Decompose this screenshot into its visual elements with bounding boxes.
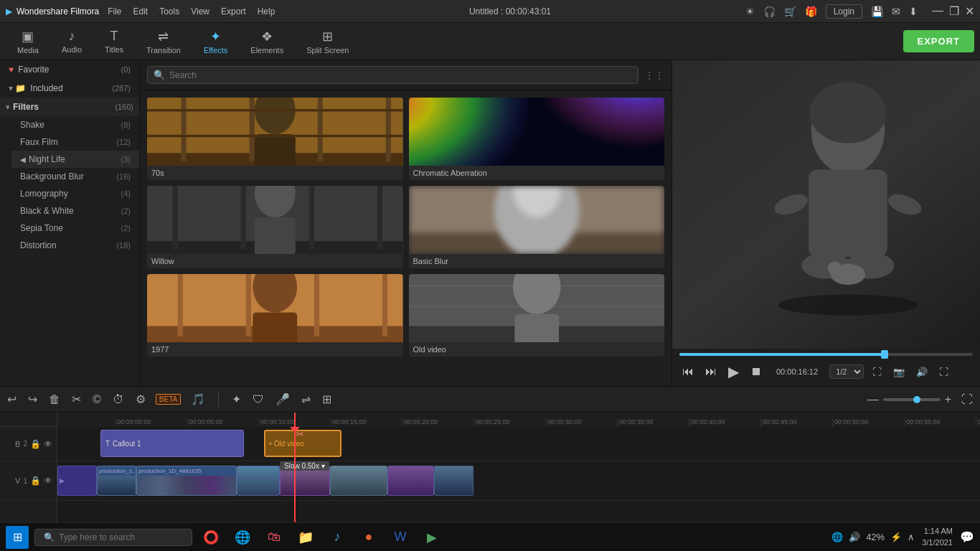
adjust-button[interactable]: ⚙: [134, 391, 147, 408]
menu-help[interactable]: Help: [258, 6, 275, 17]
play-button[interactable]: ▶: [725, 362, 742, 382]
taskbar-filmora[interactable]: ▶: [419, 524, 445, 550]
headphone-icon[interactable]: 🎧: [763, 6, 776, 17]
redo-button[interactable]: ↪: [27, 391, 39, 408]
toolbar-media[interactable]: ▣ Media: [6, 26, 50, 57]
chevron-icon[interactable]: ∧: [908, 532, 915, 542]
toolbar-effects[interactable]: ✦ Effects: [192, 26, 239, 57]
progress-bar-container[interactable]: [679, 353, 973, 356]
taskbar-search-input[interactable]: [59, 532, 183, 542]
filter-night-life[interactable]: ◀ Night Life (3): [11, 151, 139, 168]
main-clip-purple-1[interactable]: ▶: [57, 466, 97, 496]
taskbar-cortana[interactable]: ⭕: [198, 524, 224, 550]
mosaic-btn[interactable]: ⊞: [321, 391, 333, 408]
export-button[interactable]: EXPORT: [903, 30, 974, 52]
mail-icon[interactable]: ✉: [892, 6, 900, 17]
undo-button[interactable]: ↩: [6, 391, 18, 408]
filters-header[interactable]: ▾ Filters (160): [0, 98, 139, 116]
track-v1-eye[interactable]: 👁: [44, 476, 52, 486]
main-clip-3[interactable]: [237, 466, 280, 496]
main-clip-7[interactable]: [434, 466, 473, 496]
filter-shake[interactable]: Shake (8): [11, 116, 139, 133]
search-box[interactable]: 🔍: [147, 66, 639, 84]
effect-card-chromatic[interactable]: Chromatic Aberration: [409, 98, 665, 180]
filter-distortion[interactable]: Distortion (18): [11, 237, 139, 254]
timer-button[interactable]: ⏱: [111, 392, 126, 408]
taskbar-word[interactable]: W: [387, 524, 413, 550]
download-icon[interactable]: ⬇: [909, 6, 918, 17]
filter-background-blur[interactable]: Background Blur (16): [11, 168, 139, 185]
zoom-out-button[interactable]: —: [867, 393, 879, 406]
grid-drag-icon[interactable]: ⋮⋮: [644, 70, 664, 81]
cut-button[interactable]: ✂: [70, 391, 83, 408]
zoom-slider[interactable]: [883, 398, 941, 401]
progress-bar-handle[interactable]: [881, 350, 888, 359]
filter-faux-film[interactable]: Faux Film (12): [11, 133, 139, 151]
taskbar-chrome[interactable]: ●: [356, 524, 382, 550]
close-button[interactable]: ✕: [965, 4, 974, 18]
zoom-in-button[interactable]: +: [945, 393, 951, 406]
save-icon[interactable]: 💾: [871, 6, 883, 17]
effect-card-1977[interactable]: 1977: [147, 274, 403, 357]
toolbar-transition[interactable]: ⇌ Transition: [135, 26, 192, 57]
effect-card-basic-blur[interactable]: Basic Blur: [409, 186, 665, 268]
filter-sepia-tone[interactable]: Sepia Tone (2): [11, 220, 139, 237]
toolbar-splitscreen[interactable]: ⊞ Split Screen: [295, 26, 360, 57]
taskbar-search[interactable]: 🔍: [34, 529, 192, 546]
main-clip-production1[interactable]: production_1...: [97, 466, 136, 496]
effect-card-willow[interactable]: Willow: [147, 186, 403, 268]
menu-edit[interactable]: Edit: [133, 6, 149, 17]
toolbar-elements[interactable]: ❖ Elements: [239, 26, 295, 57]
stop-button[interactable]: ⏹: [748, 364, 765, 380]
end-button[interactable]: ⛶: [960, 392, 974, 408]
sidebar-item-included[interactable]: ▾ 📁 Included (287): [0, 79, 139, 98]
skip-back-button[interactable]: ⏮: [679, 364, 697, 380]
sidebar-item-favorite[interactable]: ♥ Favorite (0): [0, 60, 139, 79]
main-clip-production2[interactable]: production_1D_4881635: [136, 466, 237, 496]
taskbar-music[interactable]: ♪: [324, 524, 350, 550]
menu-tools[interactable]: Tools: [159, 6, 179, 17]
effect-card-old-video[interactable]: Old video: [409, 274, 665, 357]
fullscreen-button[interactable]: ⛶: [870, 365, 885, 379]
taskbar-files[interactable]: 📁: [293, 524, 319, 550]
volume-icon[interactable]: 🔊: [849, 532, 860, 542]
settings-button[interactable]: ⛶: [936, 365, 951, 379]
filter-lomography[interactable]: Lomography (4): [11, 185, 139, 202]
track-b2-lock[interactable]: 🔒: [30, 439, 41, 449]
gift-icon[interactable]: 🎁: [805, 6, 817, 17]
minimize-button[interactable]: —: [932, 4, 943, 18]
progress-bar-bg[interactable]: [679, 353, 973, 356]
menu-export[interactable]: Export: [221, 6, 246, 17]
start-button[interactable]: ⊞: [6, 526, 29, 549]
main-clip-5[interactable]: [330, 466, 387, 496]
search-input[interactable]: [169, 70, 632, 80]
step-back-button[interactable]: ⏭: [702, 364, 720, 380]
quality-select[interactable]: 1/2 Full 1/4: [829, 364, 864, 379]
maximize-button[interactable]: ❐: [949, 4, 959, 18]
main-clip-6[interactable]: [387, 466, 434, 496]
filter-black-white[interactable]: Black & White (2): [11, 202, 139, 220]
taskbar-store[interactable]: 🛍: [261, 524, 287, 550]
callout-clip[interactable]: T Callout 1: [100, 430, 244, 457]
transition-timeline-btn[interactable]: ⇌: [300, 391, 312, 408]
protect-btn[interactable]: 🛡: [251, 392, 265, 408]
menu-file[interactable]: File: [108, 6, 121, 17]
delete-button[interactable]: 🗑: [47, 392, 62, 408]
effects-timeline-btn[interactable]: ✦: [230, 391, 242, 408]
copy-button[interactable]: ©: [91, 392, 103, 408]
notification-icon[interactable]: 💬: [960, 530, 974, 544]
effect-card-70s[interactable]: 70s: [147, 98, 403, 180]
login-button[interactable]: Login: [826, 4, 862, 19]
menu-view[interactable]: View: [191, 6, 209, 17]
mic-btn[interactable]: 🎤: [274, 391, 291, 408]
track-v1-lock[interactable]: 🔒: [30, 476, 41, 486]
old-video-clip[interactable]: + Old video: [264, 430, 341, 457]
audio-btn[interactable]: 🎵: [189, 391, 207, 408]
toolbar-audio[interactable]: ♪ Audio: [50, 26, 93, 57]
cart-icon[interactable]: 🛒: [784, 6, 796, 17]
snapshot-button[interactable]: 📷: [890, 365, 908, 379]
track-b2-eye[interactable]: 👁: [44, 439, 52, 449]
sun-icon[interactable]: ☀: [745, 6, 755, 17]
taskbar-edge[interactable]: 🌐: [230, 524, 255, 550]
toolbar-titles[interactable]: T Titles: [93, 26, 135, 57]
